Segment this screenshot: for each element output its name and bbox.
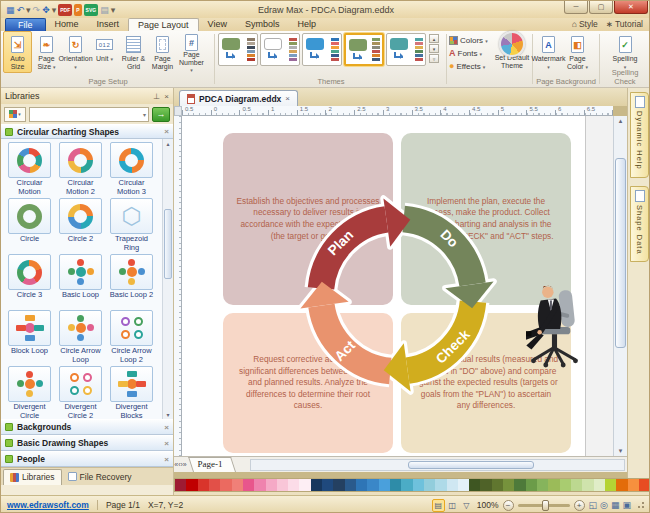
library-shape-block-loop[interactable]: Block Loop [5, 310, 54, 366]
color-swatch[interactable] [435, 479, 446, 491]
pin-icon[interactable]: ⊥ [153, 92, 160, 101]
ribbon-orientation-button[interactable]: ↻Orientation ▾ [61, 31, 90, 73]
ribbon-unit-button[interactable]: 012Unit ▾ [90, 31, 119, 73]
library-shape-circle[interactable]: Circle [5, 198, 54, 254]
section-close-icon[interactable]: × [164, 423, 169, 432]
color-swatch[interactable] [220, 479, 231, 491]
ribbon-page-margin-button[interactable]: Page Margin [148, 31, 177, 73]
library-shape-divergent-blocks[interactable]: Divergent Blocks [107, 366, 156, 419]
document-tab[interactable]: PDCA Diagram.eddx × [179, 90, 298, 106]
tab-help[interactable]: Help [288, 18, 325, 31]
color-swatch[interactable] [243, 479, 254, 491]
library-section-backgrounds[interactable]: Backgrounds× [1, 419, 173, 435]
color-swatch[interactable] [401, 479, 412, 491]
theme-thumb-4[interactable] [344, 33, 384, 66]
theme-thumb-3[interactable] [302, 33, 342, 66]
color-swatch[interactable] [503, 479, 514, 491]
library-shape-divergent-circle-2[interactable]: Divergent Circle 2 [56, 366, 105, 419]
color-swatch[interactable] [333, 479, 344, 491]
edrawsoft-link[interactable]: www.edrawsoft.com [7, 500, 89, 510]
tab-home[interactable]: Home [46, 18, 88, 31]
library-shape-circle-3[interactable]: Circle 3 [5, 254, 54, 310]
set-default-theme-button[interactable]: Set Default Theme [491, 31, 533, 73]
close-button[interactable]: ✕ [614, 1, 648, 14]
library-shape-circle-2[interactable]: Circle 2 [56, 198, 105, 254]
panel-tab-file-recovery[interactable]: File Recovery [62, 469, 138, 485]
library-shape-basic-loop-2[interactable]: Basic Loop 2 [107, 254, 156, 310]
color-swatch[interactable] [254, 479, 265, 491]
ribbon-page-number-button[interactable]: #Page Number ▾ [177, 31, 206, 73]
color-swatch[interactable] [232, 479, 243, 491]
color-swatch[interactable] [480, 479, 491, 491]
color-swatch[interactable] [526, 479, 537, 491]
close-icon[interactable]: × [164, 92, 169, 101]
section-close-icon[interactable]: × [164, 439, 169, 448]
document-tab-close-icon[interactable]: × [285, 94, 290, 103]
color-swatch[interactable] [288, 479, 299, 491]
library-shape-basic-loop[interactable]: Basic Loop [56, 254, 105, 310]
zoom-slider[interactable] [518, 504, 570, 507]
library-shape-circular-motion-3[interactable]: Circular Motion 3 [107, 142, 156, 198]
color-swatch[interactable] [299, 479, 310, 491]
panel-tab-libraries[interactable]: Libraries [3, 469, 62, 485]
color-swatch[interactable] [356, 479, 367, 491]
tab-view[interactable]: View [199, 18, 236, 31]
scroll-down-icon[interactable]: ▾ [614, 447, 627, 455]
tutorial-menu[interactable]: ∗Tutorial [606, 19, 643, 29]
color-swatch[interactable] [424, 479, 435, 491]
page-nav-button[interactable]: » [183, 461, 187, 468]
theme-scroll-button-3[interactable]: ▿ [429, 54, 439, 63]
ribbon-fonts-button[interactable]: AFonts▾ [449, 47, 491, 60]
color-swatch[interactable] [537, 479, 548, 491]
theme-scroll-button-1[interactable]: ▴ [429, 34, 439, 43]
horizontal-scrollbar[interactable] [250, 459, 625, 471]
zoom-slider-thumb[interactable] [542, 500, 549, 511]
maximize-button[interactable]: ▢ [589, 1, 613, 14]
library-section-basic-drawing-shapes[interactable]: Basic Drawing Shapes× [1, 435, 173, 451]
color-swatch[interactable] [367, 479, 378, 491]
library-shape-trapezoid-ring[interactable]: ⬡Trapezoid Ring [107, 198, 156, 254]
library-shape-circular-motion[interactable]: Circular Motion [5, 142, 54, 198]
library-search-input[interactable]: ▾ [29, 107, 149, 122]
color-swatch[interactable] [186, 479, 197, 491]
drawing-page[interactable]: Establish the objectives and processes n… [182, 116, 613, 456]
theme-scroll-button-2[interactable]: ▾ [429, 44, 439, 53]
color-swatch[interactable] [175, 479, 186, 491]
vertical-scrollbar-thumb[interactable] [615, 158, 626, 348]
scroll-up-icon[interactable]: ▴ [614, 117, 627, 125]
color-swatch[interactable] [413, 479, 424, 491]
color-swatch[interactable] [277, 479, 288, 491]
color-swatch[interactable] [209, 479, 220, 491]
color-swatch[interactable] [266, 479, 277, 491]
theme-thumb-5[interactable] [386, 33, 426, 66]
color-swatch[interactable] [548, 479, 559, 491]
color-swatch[interactable] [571, 479, 582, 491]
tab-shape-data[interactable]: Shape Data [630, 186, 649, 262]
library-scrollbar[interactable]: ▴ ▾ [162, 139, 173, 419]
library-shape-circular-motion-2[interactable]: Circular Motion 2 [56, 142, 105, 198]
library-shape-circle-arrow-loop-2[interactable]: Circle Arrow Loop 2 [107, 310, 156, 366]
zoom-area-icon[interactable]: ◎ [600, 500, 608, 510]
ribbon-page-size-button[interactable]: ❧Page Size ▾ [32, 31, 61, 73]
theme-thumb-1[interactable] [218, 33, 258, 66]
color-swatch[interactable] [311, 479, 322, 491]
color-swatch[interactable] [628, 479, 639, 491]
theme-thumb-2[interactable] [260, 33, 300, 66]
color-swatch[interactable] [379, 479, 390, 491]
minimize-button[interactable]: ─ [564, 1, 588, 14]
grid-toggle-icon[interactable]: ▦ [611, 500, 620, 510]
color-swatch[interactable] [594, 479, 605, 491]
fit-page-icon[interactable]: ◱ [589, 500, 598, 510]
library-scrollbar-thumb[interactable] [164, 209, 172, 279]
tab-page-layout[interactable]: Page Layout [128, 18, 199, 31]
vertical-scrollbar[interactable]: ▴ ▾ [613, 116, 627, 456]
ribbon-watermark-button[interactable]: AWatermark ▾ [534, 31, 563, 73]
color-swatch[interactable] [560, 479, 571, 491]
scroll-up-icon[interactable]: ▴ [163, 140, 173, 147]
fullscreen-icon[interactable]: ▣ [622, 500, 631, 510]
tab-dynamic-help[interactable]: Dynamic Help [630, 92, 649, 178]
color-swatch[interactable] [492, 479, 503, 491]
style-menu[interactable]: ⌂Style [572, 19, 598, 29]
ribbon-page-color-button[interactable]: ◧Page Color ▾ [563, 31, 592, 73]
page-tab[interactable]: Page-1 [188, 457, 236, 472]
